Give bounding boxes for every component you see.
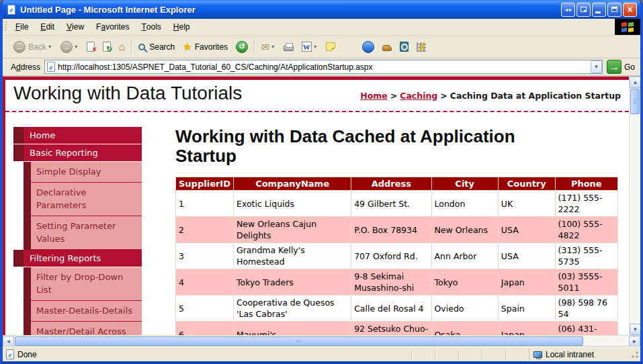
scroll-down-button[interactable]: ▼: [630, 324, 640, 335]
sidebar-stripe: [24, 183, 31, 216]
menu-help[interactable]: Help: [167, 19, 196, 35]
sidebar-item-basic-reporting[interactable]: Basic Reporting: [13, 144, 142, 161]
sidebar-item-label: Home: [24, 127, 142, 144]
cell-supplierid: 5: [176, 295, 234, 322]
menu-favorites[interactable]: Favorites: [90, 19, 135, 35]
cell-city: Ann Arbor: [431, 243, 498, 269]
status-text: Done: [17, 350, 37, 359]
window-controls: ◄► ×: [561, 3, 637, 17]
address-url[interactable]: http://localhost:1305/ASPNET_Data_Tutori…: [58, 62, 591, 72]
vertical-scroll-thumb[interactable]: [630, 89, 640, 114]
ie-app-icon: e: [6, 4, 17, 15]
title-bar[interactable]: e Untitled Page - Microsoft Internet Exp…: [3, 0, 640, 19]
stop-button[interactable]: ×: [83, 40, 99, 54]
cell-country: UK: [498, 191, 555, 217]
minimize-button[interactable]: [592, 3, 606, 17]
sidebar-item-master-details-details[interactable]: Master-Details-Details: [24, 301, 142, 322]
cell-companyname: New Orleans Cajun Delights: [234, 217, 351, 243]
sidebar-item-label: Declarative Parameters: [31, 183, 142, 216]
messenger-icon: [362, 41, 374, 53]
autofill-button[interactable]: [413, 40, 430, 54]
suppliers-table: SupplierIDCompanyNameAddressCityCountryP…: [175, 177, 618, 335]
status-page-icon: e: [6, 349, 14, 359]
status-pane: [435, 349, 458, 360]
mobile-favorite-button[interactable]: [378, 41, 396, 53]
sidebar-item-label: Simple Display: [31, 162, 142, 183]
status-pane: [505, 349, 529, 360]
cell-companyname: Exotic Liquids: [234, 191, 351, 217]
table-header-row: SupplierIDCompanyNameAddressCityCountryP…: [176, 177, 618, 191]
sidebar-item-master-detail-across-two-pages[interactable]: Master/Detail Across Two Pages: [24, 322, 142, 335]
sidebar-item-filtering-reports[interactable]: Filtering Reports: [13, 250, 142, 267]
back-icon: ←: [13, 41, 26, 53]
cell-city: New Orleans: [431, 217, 498, 243]
breadcrumb-link-home[interactable]: Home: [360, 91, 388, 101]
sidebar-item-label: Filter by Drop-Down List: [31, 267, 142, 301]
research-button[interactable]: [396, 40, 413, 54]
messenger-button[interactable]: [358, 39, 378, 55]
history-button[interactable]: ↺: [232, 39, 252, 55]
resize-grip[interactable]: [631, 351, 639, 359]
windows-flag-logo: [615, 19, 640, 35]
cell-companyname: Mayumi's: [234, 322, 351, 335]
menu-view[interactable]: View: [60, 19, 90, 35]
breadcrumb-separator: >: [440, 91, 447, 101]
breadcrumb-link-caching[interactable]: Caching: [400, 91, 437, 101]
cell-country: Japan: [498, 269, 555, 295]
cell-companyname: Tokyo Traders: [234, 269, 351, 295]
column-header-city: City: [431, 177, 498, 191]
horizontal-scroll-thumb[interactable]: [15, 336, 583, 346]
standard-toolbar: ← Back ▼ → ▼ × ↻ ⌂ Search ★ Favorites ↺ …: [3, 36, 640, 58]
menu-grip[interactable]: [3, 21, 9, 32]
page-header: Working with Data Tutorials Home>Caching…: [5, 80, 629, 112]
toolbar-separator: [131, 40, 132, 54]
pan-arrows-button[interactable]: ◄►: [561, 3, 575, 17]
zone-text: Local intranet: [546, 350, 594, 359]
research-icon: [400, 42, 409, 52]
cell-supplierid: 3: [176, 243, 234, 269]
column-header-companyname: CompanyName: [234, 177, 351, 191]
sidebar-item-home[interactable]: Home: [13, 127, 142, 144]
horizontal-scrollbar[interactable]: ◄ ►: [3, 335, 640, 347]
close-button[interactable]: ×: [623, 3, 637, 17]
address-dropdown-button[interactable]: ▼: [591, 60, 602, 73]
menu-tools[interactable]: Tools: [135, 19, 167, 35]
sidebar-item-declarative-parameters[interactable]: Declarative Parameters: [24, 183, 142, 216]
cell-supplierid: 2: [176, 217, 234, 243]
mail-button[interactable]: ✉ ▼: [257, 40, 280, 54]
notes-button[interactable]: [322, 40, 339, 53]
address-field[interactable]: e http://localhost:1305/ASPNET_Data_Tuto…: [44, 60, 603, 74]
sidebar-item-simple-display[interactable]: Simple Display: [24, 162, 142, 183]
vertical-scrollbar[interactable]: ▲ ▼: [629, 77, 640, 335]
scroll-up-button[interactable]: ▲: [630, 77, 640, 88]
go-button[interactable]: →: [607, 60, 621, 74]
home-button[interactable]: ⌂: [115, 40, 130, 54]
refresh-button[interactable]: ↻: [99, 40, 115, 54]
forward-button[interactable]: → ▼: [56, 39, 83, 55]
print-icon: [284, 46, 294, 51]
sidebar-item-setting-parameter-values[interactable]: Setting Parameter Values: [24, 216, 142, 250]
table-row: 2New Orleans Cajun DelightsP.O. Box 7893…: [176, 217, 618, 243]
go-label[interactable]: Go: [624, 62, 635, 72]
favorites-button[interactable]: ★ Favorites: [179, 40, 232, 54]
table-row: 5Cooperativa de Quesos 'Las Cabras'Calle…: [176, 295, 618, 322]
stop-icon: ×: [87, 42, 95, 52]
cell-phone: (313) 555-5735: [555, 243, 617, 269]
search-button[interactable]: Search: [134, 40, 179, 54]
column-header-supplierid: SupplierID: [176, 177, 234, 191]
sidebar-item-filter-by-drop-down-list[interactable]: Filter by Drop-Down List: [24, 267, 142, 301]
column-header-country: Country: [498, 177, 555, 191]
back-button[interactable]: ← Back ▼: [9, 39, 56, 55]
menu-file[interactable]: File: [9, 19, 34, 35]
scroll-left-button[interactable]: ◄: [3, 336, 14, 347]
print-button[interactable]: [280, 40, 298, 53]
edit-with-word-button[interactable]: W ▼: [298, 40, 322, 54]
sidebar-notch: [13, 144, 24, 161]
maximize-button[interactable]: [607, 3, 621, 17]
arrows-icon: ◄►: [564, 7, 572, 12]
menu-edit[interactable]: Edit: [34, 19, 60, 35]
cell-phone: (03) 3555-5011: [555, 269, 617, 295]
popout-button[interactable]: [576, 3, 591, 17]
scroll-right-button[interactable]: ►: [629, 336, 640, 347]
sidebar-item-label: Master/Detail Across Two Pages: [31, 322, 142, 335]
